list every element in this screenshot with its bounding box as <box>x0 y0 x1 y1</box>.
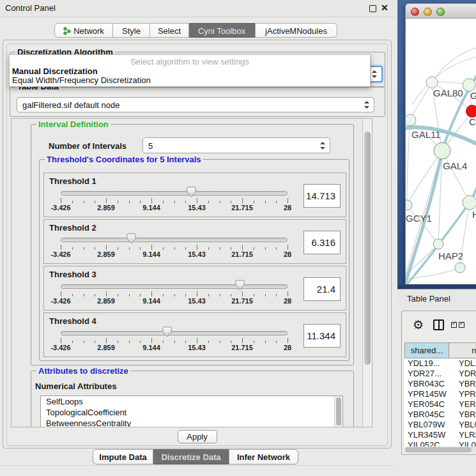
threshold-1-panel: Threshold 1 -3.426 2.859 9.144 15.43 21.… <box>43 173 346 217</box>
threshold-value-field[interactable]: 21.4 <box>303 277 341 301</box>
node-gal4[interactable] <box>434 142 450 159</box>
slider-track[interactable] <box>61 284 288 289</box>
slider-thumb[interactable] <box>235 280 245 291</box>
threshold-2-panel: Threshold 2 -3.426 2.859 9.144 15.43 21.… <box>43 219 346 264</box>
node-gcy1[interactable] <box>406 200 412 210</box>
thresholds-group: Threshold's Coordinates for 5 Intervals … <box>39 159 349 361</box>
divider <box>0 465 394 466</box>
network-canvas[interactable]: GAL80 GA C GAL11 GAL4 GCY1 H HAP2 <box>405 19 476 284</box>
table-row[interactable]: YLR345WYLR345W <box>404 430 476 440</box>
tab-jactivemnodules[interactable]: jActiveMNodules <box>255 23 337 38</box>
list-scrollbar[interactable] <box>334 396 342 427</box>
list-item[interactable]: TopologicalCoefficient <box>41 407 342 418</box>
threshold-value-field[interactable]: 6.316 <box>303 231 341 254</box>
checkbox-icon[interactable] <box>459 322 464 328</box>
svg-text:H: H <box>472 209 476 220</box>
slider-track[interactable] <box>61 331 288 335</box>
threshold-label: Threshold 3 <box>49 270 96 279</box>
node-hap2[interactable] <box>433 239 443 249</box>
dropdown-prompt: Select algorithm to view settings <box>10 57 370 66</box>
float-window-icon[interactable] <box>369 5 376 12</box>
slider-thumb[interactable] <box>127 233 136 244</box>
settings-scrollpane: Interval Definition Number of Intervals … <box>11 118 372 427</box>
threshold-label: Threshold 4 <box>49 316 96 326</box>
table-row[interactable]: YDL19...YDL19... <box>404 358 476 369</box>
close-traffic-light-icon[interactable] <box>411 8 419 16</box>
number-of-intervals-combobox[interactable]: 5 <box>142 137 330 153</box>
node-gal11[interactable] <box>406 114 416 126</box>
node[interactable] <box>463 79 475 91</box>
node-selected-red[interactable] <box>466 105 476 118</box>
slider-ticks <box>44 245 346 250</box>
apply-button[interactable]: Apply <box>178 430 217 443</box>
svg-text:GCY1: GCY1 <box>406 213 432 224</box>
split-pane-icon[interactable] <box>433 319 444 330</box>
minimize-traffic-light-icon[interactable] <box>424 8 432 16</box>
scrollbar-thumb[interactable] <box>405 447 472 452</box>
threshold-4-panel: Threshold 4 -3.426 2.859 9.144 15.43 21.… <box>43 312 346 357</box>
table-data-group: Table Data galFiltered.sif default node <box>10 86 385 117</box>
tab-select[interactable]: Select <box>150 23 189 38</box>
column-header-shared-name[interactable]: shared... <box>404 342 449 358</box>
tab-label: Style <box>122 26 141 36</box>
slider-track[interactable] <box>61 238 288 242</box>
table-panel-title: Table Panel <box>407 294 450 303</box>
table-row[interactable]: YIL052CYIL052C <box>404 440 476 447</box>
app-root: Control Panel ✕ Network Style Select Cyn… <box>0 0 476 476</box>
table-row[interactable]: YBR045CYBR045C <box>404 410 476 420</box>
slider-track[interactable] <box>61 191 288 196</box>
tab-style[interactable]: Style <box>113 23 150 38</box>
table-data-combobox[interactable]: galFiltered.sif default node <box>17 97 374 112</box>
slider-thumb[interactable] <box>162 326 172 337</box>
tab-impute-data[interactable]: Impute Data <box>93 449 153 464</box>
tab-discretize-data[interactable]: Discretize Data <box>153 449 229 464</box>
dropdown-option-manual[interactable]: Manual Discretization <box>12 66 98 76</box>
slider-tick-labels: -3.426 2.859 9.144 15.43 21.715 28 <box>44 344 346 351</box>
svg-text:GA: GA <box>470 90 476 101</box>
tab-network[interactable]: Network <box>54 23 113 38</box>
threshold-value-field[interactable]: 14.713 <box>303 184 341 208</box>
slider-tick-labels: -3.426 2.859 9.144 15.43 21.715 28 <box>44 204 346 211</box>
gear-icon[interactable]: ⚙ <box>413 318 424 332</box>
table-row[interactable]: YBL079WYBL079W <box>404 420 476 430</box>
tab-cyni-toolbox[interactable]: Cyni Toolbox <box>189 23 255 38</box>
slider-thumb[interactable] <box>187 187 196 197</box>
node-gal80[interactable] <box>426 77 438 88</box>
threshold-value-field[interactable]: 11.344 <box>303 324 341 348</box>
tab-label: Discretize Data <box>161 452 220 462</box>
list-item[interactable]: BetweennessCentrality <box>41 418 342 427</box>
group-title: Interval Definition <box>36 119 111 129</box>
scrollbar-thumb[interactable] <box>364 132 371 365</box>
svg-text:GAL11: GAL11 <box>411 129 441 140</box>
table-row[interactable]: YBR043CYBR043C <box>404 379 476 389</box>
number-of-intervals-label: Number of Intervals <box>49 141 127 151</box>
vertical-scrollbar[interactable] <box>362 119 372 427</box>
node[interactable] <box>455 263 465 273</box>
table-row[interactable]: YER054CYER054C <box>404 399 476 410</box>
dropdown-option-equal-width[interactable]: Equal Width/Frequency Discretization <box>12 75 151 85</box>
table-panel-body: ⚙ shared... name YDL19...YDL19... YDR27.… <box>401 311 476 455</box>
interval-definition-group: Interval Definition Number of Intervals … <box>31 124 354 365</box>
table-row[interactable]: YPR145WYPR145W <box>404 389 476 399</box>
close-icon[interactable]: ✕ <box>381 3 388 13</box>
tab-label: Network <box>73 26 104 36</box>
list-item[interactable]: SelfLoops <box>41 396 342 407</box>
stepper-arrows-icon <box>372 70 377 78</box>
table-rows: YDL19...YDL19... YDR27...YDR27... YBR043… <box>404 358 476 447</box>
slider-ticks <box>44 338 346 344</box>
column-header-name[interactable]: name <box>449 342 476 358</box>
network-window-titlebar[interactable] <box>405 3 476 19</box>
node-h[interactable] <box>463 196 476 210</box>
stepper-arrows-icon <box>364 101 369 109</box>
checkbox-icon[interactable] <box>451 322 457 328</box>
table-row[interactable]: YDR27...YDR27... <box>404 369 476 379</box>
network-window: GAL80 GA C GAL11 GAL4 GCY1 H HAP2 <box>405 3 476 284</box>
numerical-attributes-list: SelfLoops TopologicalCoefficient Between… <box>40 395 343 427</box>
group-title: Attributes to discretize <box>36 366 130 376</box>
horizontal-scrollbar[interactable] <box>404 447 476 453</box>
network-icon <box>63 25 71 40</box>
zoom-traffic-light-icon[interactable] <box>436 8 445 16</box>
network-graph[interactable]: GAL80 GA C GAL11 GAL4 GCY1 H HAP2 <box>406 19 476 284</box>
threshold-3-panel: Threshold 3 -3.426 2.859 9.144 15.43 21.… <box>43 266 346 311</box>
tab-infer-network[interactable]: Infer Network <box>229 449 298 464</box>
